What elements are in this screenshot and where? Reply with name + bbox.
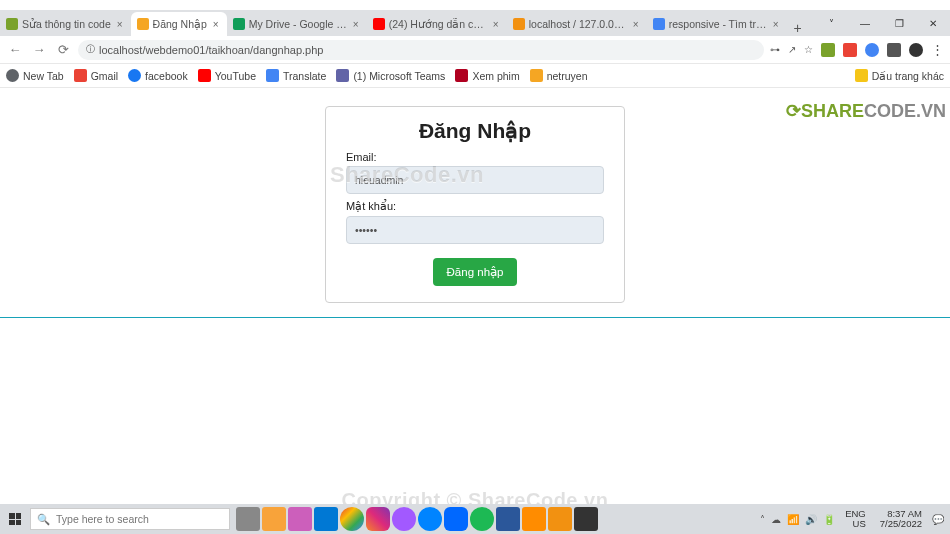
- login-form: Đăng Nhập Email: Mật khẩu: Đăng nhập: [325, 106, 625, 303]
- page-content: ⟳SHARECODE.VN Đăng Nhập Email: Mật khẩu:…: [0, 106, 950, 522]
- wifi-icon[interactable]: 📶: [787, 514, 799, 525]
- bookmark-item[interactable]: New Tab: [6, 69, 64, 82]
- close-icon[interactable]: ×: [771, 19, 781, 30]
- search-icon: 🔍: [37, 513, 50, 526]
- taskbar: 🔍Type here to search ˄ ☁ 📶 🔊 🔋 ENGUS 8:3…: [0, 504, 950, 534]
- site-info-icon[interactable]: ⓘ: [86, 43, 95, 56]
- password-label: Mật khẩu:: [346, 200, 604, 213]
- avatar[interactable]: [909, 43, 923, 57]
- ext-icon[interactable]: [821, 43, 835, 57]
- bookmark-item[interactable]: Translate: [266, 69, 326, 82]
- close-button[interactable]: ✕: [916, 10, 950, 36]
- tab-4[interactable]: localhost / 127.0.0.1 / nhak×: [507, 12, 647, 36]
- battery-icon[interactable]: 🔋: [823, 514, 835, 525]
- taskbar-app-icon[interactable]: [574, 507, 598, 531]
- reload-button[interactable]: ⟳: [54, 42, 72, 57]
- tab-strip: Sửa thông tin code× Đăng Nhập× My Drive …: [0, 10, 950, 36]
- new-tab-button[interactable]: +: [787, 20, 809, 36]
- bookmark-item[interactable]: Xem phim: [455, 69, 519, 82]
- maximize-button[interactable]: ❐: [882, 10, 916, 36]
- star-icon[interactable]: ☆: [804, 44, 813, 55]
- taskbar-app-icon[interactable]: [522, 507, 546, 531]
- bookmark-item[interactable]: YouTube: [198, 69, 256, 82]
- close-icon[interactable]: ×: [631, 19, 641, 30]
- taskbar-app-icon[interactable]: [262, 507, 286, 531]
- bookmark-item[interactable]: facebook: [128, 69, 188, 82]
- ext-icon[interactable]: [887, 43, 901, 57]
- tab-2[interactable]: My Drive - Google Drive×: [227, 12, 367, 36]
- email-label: Email:: [346, 151, 604, 163]
- share-icon[interactable]: ↗: [788, 44, 796, 55]
- taskbar-app-icon[interactable]: [548, 507, 572, 531]
- close-icon[interactable]: ×: [491, 19, 501, 30]
- task-view-icon[interactable]: [236, 507, 260, 531]
- taskbar-app-icon[interactable]: [470, 507, 494, 531]
- clock[interactable]: 8:37 AM7/25/2022: [876, 509, 926, 530]
- tab-0[interactable]: Sửa thông tin code×: [0, 12, 131, 36]
- taskbar-app-icon[interactable]: [288, 507, 312, 531]
- chevron-down-icon[interactable]: ˅: [814, 10, 848, 36]
- password-field[interactable]: [346, 216, 604, 244]
- lang-indicator[interactable]: ENGUS: [841, 509, 870, 530]
- taskbar-search[interactable]: 🔍Type here to search: [30, 508, 230, 530]
- bookmark-item[interactable]: netruyen: [530, 69, 588, 82]
- page-title: Đăng Nhập: [346, 119, 604, 143]
- taskbar-app-icon[interactable]: [418, 507, 442, 531]
- close-icon[interactable]: ×: [351, 19, 361, 30]
- login-button[interactable]: Đăng nhập: [433, 258, 518, 286]
- taskbar-app-icon[interactable]: [314, 507, 338, 531]
- cloud-icon[interactable]: ☁: [771, 514, 781, 525]
- tab-3[interactable]: (24) Hướng dẫn cài đặt full×: [367, 12, 507, 36]
- brand-logo: ⟳SHARECODE.VN: [786, 100, 946, 122]
- email-field[interactable]: [346, 166, 604, 194]
- close-icon[interactable]: ×: [115, 19, 125, 30]
- close-icon[interactable]: ×: [211, 19, 221, 30]
- notifications-icon[interactable]: 💬: [932, 514, 944, 525]
- volume-icon[interactable]: 🔊: [805, 514, 817, 525]
- tray-chevron-icon[interactable]: ˄: [760, 514, 765, 525]
- bookmark-item[interactable]: (1) Microsoft Teams: [336, 69, 445, 82]
- back-button[interactable]: ←: [6, 42, 24, 57]
- forward-button[interactable]: →: [30, 42, 48, 57]
- tab-1[interactable]: Đăng Nhập×: [131, 12, 227, 36]
- taskbar-app-icon[interactable]: [366, 507, 390, 531]
- ext-icon[interactable]: [843, 43, 857, 57]
- divider: [0, 317, 950, 318]
- url-input[interactable]: ⓘ localhost/webdemo01/taikhoan/dangnhap.…: [78, 40, 764, 60]
- menu-icon[interactable]: ⋮: [931, 42, 944, 57]
- taskbar-app-icon[interactable]: [392, 507, 416, 531]
- minimize-button[interactable]: —: [848, 10, 882, 36]
- tab-5[interactable]: responsive - Tìm trên Goog×: [647, 12, 787, 36]
- taskbar-app-icon[interactable]: [496, 507, 520, 531]
- start-button[interactable]: [0, 504, 30, 534]
- taskbar-app-icon[interactable]: [444, 507, 468, 531]
- bookmark-item[interactable]: Gmail: [74, 69, 118, 82]
- bookmarks-bar: New Tab Gmail facebook YouTube Translate…: [0, 64, 950, 88]
- taskbar-app-icon[interactable]: [340, 507, 364, 531]
- other-bookmarks[interactable]: Dấu trang khác: [855, 69, 944, 82]
- url-text: localhost/webdemo01/taikhoan/dangnhap.ph…: [99, 44, 323, 56]
- ext-icon[interactable]: [865, 43, 879, 57]
- key-icon[interactable]: ⊶: [770, 44, 780, 55]
- address-bar: ← → ⟳ ⓘ localhost/webdemo01/taikhoan/dan…: [0, 36, 950, 64]
